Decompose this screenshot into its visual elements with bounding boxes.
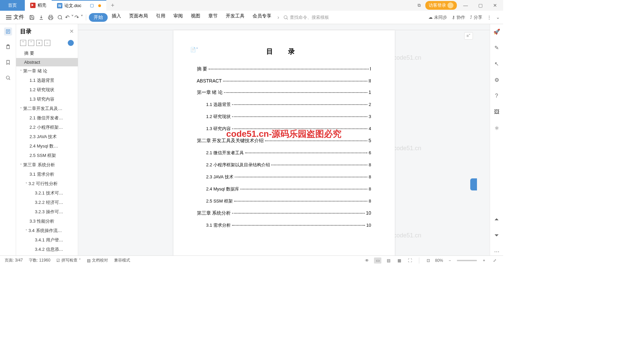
save-icon[interactable] bbox=[28, 13, 36, 22]
read-mode-icon[interactable]: 👁 bbox=[363, 258, 371, 264]
menu-8[interactable]: 会员专享 bbox=[249, 13, 275, 22]
word-count[interactable]: 字数: 11960 bbox=[29, 258, 50, 263]
menu-6[interactable]: 章节 bbox=[204, 13, 222, 22]
outline-item[interactable]: 3.4.2 信息添… bbox=[16, 245, 78, 254]
collapse-all-icon[interactable]: ˅ bbox=[20, 40, 26, 46]
web-view-icon[interactable]: ▦ bbox=[395, 258, 403, 264]
outline-view-icon[interactable]: ▤ bbox=[385, 258, 392, 264]
outline-item[interactable]: Abstract bbox=[16, 58, 78, 66]
image-tool-icon[interactable]: 🖼 bbox=[493, 108, 501, 116]
preview-icon[interactable] bbox=[56, 13, 64, 22]
outline-item[interactable]: 2.2 小程序框架… bbox=[16, 123, 78, 132]
add-level-icon[interactable]: + bbox=[36, 40, 42, 46]
menu-4[interactable]: 审阅 bbox=[169, 13, 187, 22]
page-indicator[interactable]: 页面: 3/47 bbox=[5, 258, 23, 263]
zoom-out-icon[interactable]: − bbox=[446, 258, 453, 264]
outline-item[interactable]: 摘 要 bbox=[16, 49, 78, 58]
scroll-up-icon[interactable]: ⏶ bbox=[493, 215, 501, 223]
document-viewport[interactable]: ≡˅ code51.cn code51.cn code51.cn code51.… bbox=[78, 24, 490, 255]
outline-item[interactable]: ˅第二章开发工具及… bbox=[16, 104, 78, 113]
menu-5[interactable]: 视图 bbox=[187, 13, 204, 22]
tab-home[interactable]: 首页 bbox=[0, 0, 25, 11]
outline-settings-icon[interactable] bbox=[68, 40, 74, 46]
command-search[interactable]: 查找命令、搜索模板 bbox=[283, 14, 329, 20]
share-button[interactable]: ⤴ 分享 bbox=[470, 14, 482, 20]
outline-item[interactable]: 1.2 研究现状 bbox=[16, 85, 78, 95]
save-as-icon[interactable] bbox=[37, 13, 46, 22]
remove-level-icon[interactable]: − bbox=[44, 40, 50, 46]
settings-slider-icon[interactable]: ⚙ bbox=[493, 76, 501, 84]
add-tab-button[interactable]: + bbox=[106, 0, 119, 11]
collapse-icon[interactable]: ⌄ bbox=[496, 15, 500, 20]
svg-point-0 bbox=[58, 15, 62, 19]
outline-item[interactable]: 3.2.1 技术可… bbox=[16, 188, 78, 198]
expand-icon[interactable]: ⤢ bbox=[491, 258, 498, 264]
outline-item[interactable]: 2.1 微信开发者… bbox=[16, 113, 78, 123]
zoom-level[interactable]: 80% bbox=[435, 258, 443, 264]
outline-item[interactable]: ˅第三章 系统分析 bbox=[16, 160, 78, 170]
menu-0[interactable]: 开始 bbox=[89, 13, 108, 22]
outline-item[interactable]: 2.5 SSM 框架 bbox=[16, 151, 78, 160]
proofread-button[interactable]: ▤ 文档校对 bbox=[87, 258, 108, 263]
outline-nav-icon[interactable] bbox=[4, 27, 12, 36]
compat-mode[interactable]: 兼容模式 bbox=[114, 258, 130, 263]
outline-item[interactable]: 1.3 研究内容 bbox=[16, 95, 78, 104]
tab-docer[interactable]: 稻壳 bbox=[25, 0, 52, 11]
window-layout-icon[interactable]: ⧉ bbox=[416, 1, 423, 9]
menu-3[interactable]: 引用 bbox=[152, 13, 169, 22]
toolbar: 文件 ↶ ˅ ↷ ˅ 开始插入页面布局引用审阅视图章节开发工具会员专享 › 查找… bbox=[0, 11, 503, 24]
outline-item[interactable]: 3.2.3 操作可… bbox=[16, 207, 78, 217]
fit-width-icon[interactable]: ⊡ bbox=[425, 258, 432, 264]
close-button[interactable]: ✕ bbox=[489, 3, 501, 8]
outline-item[interactable]: ˅第一章 绪 论 bbox=[16, 66, 78, 76]
coop-button[interactable]: ⚷ 协作 bbox=[452, 14, 465, 20]
zoom-in-icon[interactable]: + bbox=[480, 258, 488, 264]
outline-item[interactable]: 3.1 需求分析 bbox=[16, 170, 78, 179]
clipboard-icon[interactable] bbox=[4, 43, 12, 51]
fullscreen-icon[interactable]: ⛶ bbox=[406, 258, 414, 264]
menu-1[interactable]: 插入 bbox=[108, 13, 125, 22]
atom-icon[interactable]: ⚛ bbox=[493, 124, 501, 132]
tab-document[interactable]: W论文.doc bbox=[52, 0, 106, 11]
redo-icon[interactable]: ↷ ˅ bbox=[74, 13, 83, 22]
outline-item[interactable]: ˅3.2 可行性分析 bbox=[16, 179, 78, 188]
file-menu[interactable]: 文件 bbox=[3, 14, 27, 21]
side-tab-icon[interactable] bbox=[470, 178, 477, 190]
search-nav-icon[interactable] bbox=[4, 74, 12, 82]
menu-7[interactable]: 开发工具 bbox=[222, 13, 249, 22]
page-view-icon[interactable]: ▭ bbox=[374, 258, 381, 264]
outline-item[interactable]: 2.4 Mysql 数… bbox=[16, 141, 78, 151]
outline-item[interactable]: 3.4.3 信息删… bbox=[16, 254, 78, 255]
outline-item[interactable]: ˅3.4 系统操作流… bbox=[16, 226, 78, 235]
undo-icon[interactable]: ↶ ˅ bbox=[65, 13, 74, 22]
spellcheck-button[interactable]: ☑ 拼写检查 ˅ bbox=[56, 258, 81, 263]
more-icon[interactable]: ⋮ bbox=[487, 15, 491, 20]
ruler bbox=[78, 24, 490, 30]
expand-all-icon[interactable]: ˄ bbox=[28, 40, 34, 46]
close-panel-icon[interactable]: ✕ bbox=[69, 28, 74, 35]
minimize-button[interactable]: — bbox=[460, 3, 472, 8]
outline-item[interactable]: 2.3 JAVA 技术 bbox=[16, 132, 78, 141]
more-tools-icon[interactable]: ⋯ bbox=[493, 247, 501, 255]
rocket-icon[interactable]: 🚀 bbox=[493, 27, 501, 36]
help-icon[interactable]: ? bbox=[493, 92, 501, 100]
outline-item[interactable]: 3.4.1 用户登… bbox=[16, 235, 78, 245]
toc-entry: 2.3 JAVA 技术8 bbox=[197, 174, 371, 180]
maximize-button[interactable]: ▢ bbox=[474, 3, 486, 8]
zoom-slider[interactable] bbox=[457, 260, 477, 261]
scroll-down-icon[interactable]: ⏷ bbox=[493, 231, 501, 239]
sync-button[interactable]: ☁ 未同步 bbox=[428, 14, 447, 20]
view-options-icon[interactable]: ≡˅ bbox=[464, 32, 473, 40]
print-icon[interactable] bbox=[46, 13, 55, 22]
menu-2[interactable]: 页面布局 bbox=[125, 13, 152, 22]
outline-item[interactable]: 1.1 选题背景 bbox=[16, 76, 78, 85]
cursor-icon[interactable]: ↖ bbox=[493, 60, 501, 68]
bookmark-icon[interactable] bbox=[4, 58, 12, 66]
more-menus-icon[interactable]: › bbox=[277, 14, 279, 20]
pencil-icon[interactable]: ✎ bbox=[493, 44, 501, 52]
outline-item[interactable]: 3.2.2 经济可… bbox=[16, 198, 78, 207]
toc-entry: 第三章 系统分析10 bbox=[197, 210, 371, 216]
toc-entry: 2.2 小程序框架以及目录结构介绍8 bbox=[197, 162, 371, 168]
login-button[interactable]: 访客登录 bbox=[425, 1, 457, 10]
outline-item[interactable]: 3.3 性能分析 bbox=[16, 217, 78, 226]
